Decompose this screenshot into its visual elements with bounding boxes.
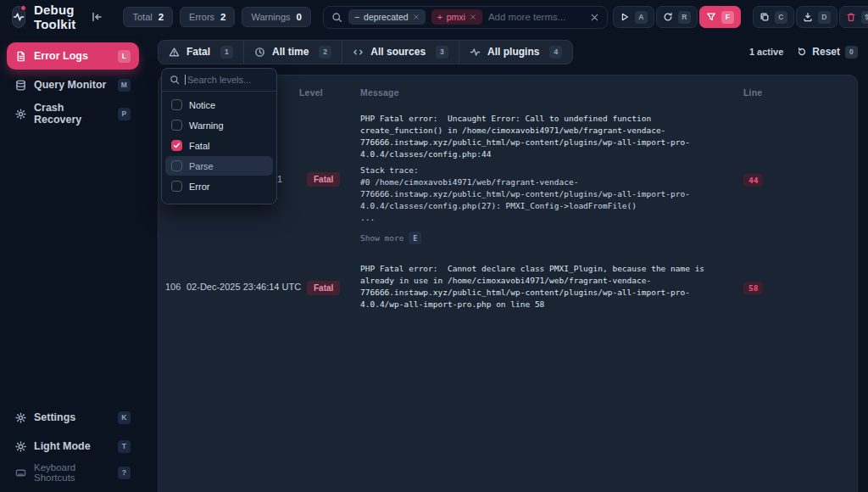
stat-label: Total <box>132 12 152 22</box>
app-logo <box>12 6 25 28</box>
log-timestamp: 02-Dec-2025 23:46:14 UTC <box>186 282 299 292</box>
log-line: 44 <box>738 171 850 187</box>
warning-triangle-icon <box>169 47 180 58</box>
remove-tag-icon[interactable] <box>413 14 420 20</box>
collapse-left-icon <box>91 11 103 23</box>
checkbox-unchecked[interactable] <box>171 181 182 192</box>
search-icon <box>331 12 342 23</box>
filter-time-button[interactable]: All time 2 <box>244 41 342 64</box>
key-hint: 0 <box>845 46 858 59</box>
log-row[interactable]: 106 02-Dec-2025 23:46:14 UTC Fatal PHP F… <box>159 256 857 317</box>
sidebar-item-error-logs[interactable]: Error Logs L <box>7 42 139 70</box>
sidebar-item-settings[interactable]: Settings K <box>7 404 139 431</box>
download-button[interactable]: D <box>796 6 837 28</box>
tag-label: pmxi <box>447 12 465 22</box>
key-hint: L <box>118 50 131 63</box>
code-icon <box>353 47 364 58</box>
sidebar-item-light-mode[interactable]: Light Mode T <box>7 433 139 460</box>
tag-prefix: − <box>354 12 359 22</box>
log-level: Fatal <box>299 171 353 187</box>
message-text: PHP Fatal error: Uncaught Error: Call to… <box>360 113 738 160</box>
active-filter-count: 1 active <box>749 47 783 57</box>
level-option-parse[interactable]: Parse <box>165 156 273 176</box>
stat-label: Errors <box>189 12 214 22</box>
tag-prefix: + <box>437 12 442 22</box>
option-label: Warning <box>189 120 224 131</box>
sidebar-item-label: Query Monitor <box>34 79 110 91</box>
sidebar-item-query-monitor[interactable]: Query Monitor M <box>7 71 139 98</box>
gear-icon <box>15 412 26 423</box>
level-option-error[interactable]: Error <box>165 176 273 196</box>
column-header-message: Message <box>353 87 738 98</box>
option-label: Notice <box>189 100 215 110</box>
key-hint: M <box>118 79 131 92</box>
sidebar-item-label: Keyboard Shortcuts <box>34 462 110 483</box>
gear-icon <box>15 109 26 120</box>
sidebar-spacer <box>7 129 139 404</box>
collapse-sidebar-button[interactable] <box>91 7 103 27</box>
option-label: Parse <box>189 161 214 171</box>
log-line: 58 <box>738 279 850 294</box>
app-title: Debug Toolkit <box>34 3 75 31</box>
checkbox-checked[interactable] <box>171 140 182 151</box>
database-icon <box>15 80 26 91</box>
notification-dot <box>20 5 26 11</box>
reset-filters-button[interactable]: Reset 0 <box>797 46 858 59</box>
sidebar-item-label: Light Mode <box>34 440 110 452</box>
filter-level-button[interactable]: Fatal 1 <box>159 41 244 64</box>
sidebar-item-crash-recovery[interactable]: Crash Recovery P <box>7 100 139 127</box>
search-tag-deprecated[interactable]: − deprecated <box>348 9 426 25</box>
key-hint: K <box>118 411 131 424</box>
run-button[interactable]: A <box>613 6 654 28</box>
key-hint: 1 <box>220 46 233 59</box>
copy-button[interactable]: C <box>753 6 794 28</box>
line-badge: 58 <box>743 282 763 294</box>
sidebar-item-label: Error Logs <box>34 50 110 62</box>
checkbox-unchecked[interactable] <box>171 99 182 110</box>
key-hint: D <box>818 11 831 24</box>
filter-sources-button[interactable]: All sources 3 <box>342 41 459 64</box>
log-id: 106 <box>165 282 186 292</box>
level-option-fatal[interactable]: Fatal <box>165 136 273 155</box>
sidebar-item-label: Crash Recovery <box>34 102 110 126</box>
show-more-label: Show more <box>360 233 403 243</box>
filter-label: All plugins <box>487 46 539 58</box>
level-option-notice[interactable]: Notice <box>165 95 273 115</box>
option-label: Error <box>189 182 209 192</box>
stat-label: Warnings <box>251 12 290 22</box>
sidebar-item-keyboard-shortcuts[interactable]: Keyboard Shortcuts ? <box>7 461 139 484</box>
level-option-warning[interactable]: Warning <box>165 115 273 135</box>
reset-label: Reset <box>812 46 840 58</box>
option-label: Fatal <box>189 141 209 151</box>
show-more-button[interactable]: Show more E <box>360 232 738 244</box>
activity-icon <box>13 11 25 23</box>
stat-value: 0 <box>297 12 302 22</box>
column-header-level: Level <box>299 87 353 98</box>
key-hint: T <box>118 440 131 453</box>
stat-value: 2 <box>220 12 225 22</box>
filter-status: 1 active Reset 0 <box>749 46 858 59</box>
key-hint: ? <box>118 467 131 479</box>
dropdown-search[interactable] <box>162 69 276 92</box>
search-tag-pmxi[interactable]: + pmxi <box>431 9 482 25</box>
refresh-icon <box>663 12 673 22</box>
checkbox-unchecked[interactable] <box>171 160 182 171</box>
tag-label: deprecated <box>364 12 409 22</box>
filter-plugins-button[interactable]: All plugins 4 <box>459 41 572 64</box>
search-input[interactable] <box>488 12 584 22</box>
column-header-line: Line <box>738 87 850 98</box>
filter-group: Fatal 1 All time 2 All sources 3 <box>158 40 573 64</box>
reset-icon <box>797 47 807 57</box>
level-search-input[interactable] <box>185 75 269 85</box>
search-icon <box>170 75 180 85</box>
filter-button[interactable]: F <box>699 6 741 28</box>
checkbox-unchecked[interactable] <box>171 120 182 131</box>
filter-icon <box>706 12 716 22</box>
filter-label: Fatal <box>186 46 210 58</box>
refresh-button[interactable]: R <box>656 6 698 28</box>
search-bar[interactable]: − deprecated + pmxi <box>323 6 608 29</box>
download-icon <box>803 12 813 22</box>
remove-tag-icon[interactable] <box>470 14 476 20</box>
clear-logs-button[interactable]: ⇧R <box>839 6 868 28</box>
clear-search-icon[interactable] <box>590 13 599 22</box>
